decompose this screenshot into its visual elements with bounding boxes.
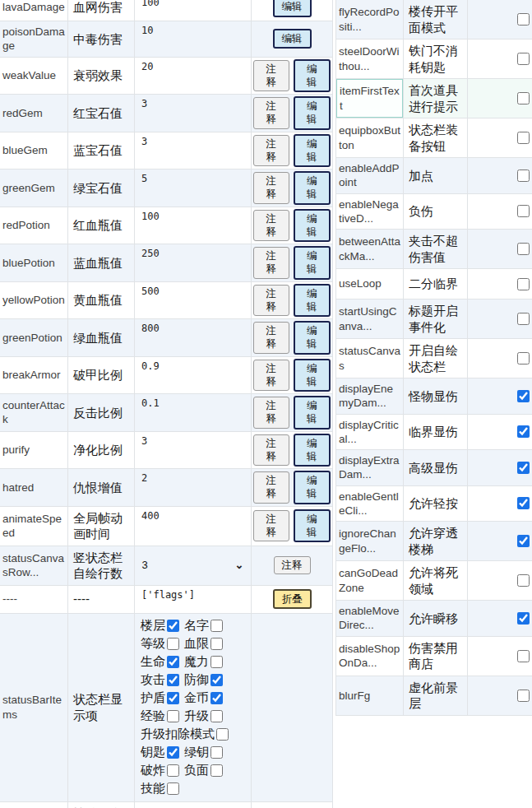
flag-checkbox[interactable]	[517, 53, 530, 65]
comment-button[interactable]: 注释	[253, 172, 289, 204]
edit-button[interactable]: 编辑	[294, 171, 331, 205]
status-item-checkbox[interactable]	[167, 764, 179, 777]
status-bar-item[interactable]: 钥匙	[141, 744, 179, 762]
comment-button[interactable]: 注释	[253, 60, 289, 92]
table-row: disableShopOnDa...伤害禁用商店	[336, 637, 532, 676]
edit-button[interactable]: 编辑	[294, 59, 331, 93]
comment-button[interactable]: 注释	[253, 210, 289, 242]
status-bar-item[interactable]: 负面	[184, 762, 223, 780]
flag-checkbox[interactable]	[517, 390, 530, 402]
status-bar-item[interactable]: 攻击	[141, 671, 179, 690]
status-item-checkbox[interactable]	[167, 746, 179, 759]
status-bar-item[interactable]: 魔力	[184, 653, 223, 671]
flag-checkbox[interactable]	[517, 132, 530, 144]
status-bar-item[interactable]: 绿钥	[184, 744, 223, 762]
edit-button[interactable]: 编辑	[294, 359, 331, 392]
edit-button[interactable]: 编辑	[294, 321, 331, 355]
status-item-checkbox[interactable]	[167, 710, 179, 722]
comment-button[interactable]: 注释	[253, 471, 289, 504]
edit-button[interactable]: 编辑	[273, 0, 312, 17]
status-bar-item[interactable]: 升级	[184, 708, 223, 726]
status-item-checkbox[interactable]	[210, 710, 223, 722]
status-item-checkbox[interactable]	[210, 746, 223, 759]
status-item-checkbox[interactable]	[167, 638, 179, 650]
flag-checkbox[interactable]	[517, 169, 530, 182]
status-bar-item[interactable]: 等级	[141, 635, 179, 653]
edit-button[interactable]: 编辑	[294, 471, 331, 504]
status-item-checkbox[interactable]	[210, 620, 223, 632]
comment-button[interactable]: 注释	[274, 556, 311, 574]
comment-button[interactable]: 注释	[253, 360, 289, 392]
status-bar-item[interactable]: 楼层	[141, 617, 179, 635]
status-item-checkbox[interactable]	[210, 674, 223, 686]
status-item-checkbox[interactable]	[216, 728, 229, 741]
config-key: greenGem	[0, 169, 67, 207]
flag-checkbox[interactable]	[517, 650, 530, 662]
comment-button[interactable]: 注释	[253, 135, 289, 167]
flag-checkbox[interactable]	[517, 425, 530, 438]
flag-checkbox[interactable]	[517, 574, 530, 587]
config-desc: 蓝宝石值	[67, 132, 134, 169]
comment-button[interactable]: 注释	[253, 285, 289, 317]
comment-button[interactable]: 注释	[253, 97, 289, 129]
comment-button[interactable]: 注释	[253, 510, 289, 542]
flag-checkbox[interactable]	[517, 612, 530, 625]
comment-button[interactable]: 注释	[253, 397, 289, 429]
status-item-checkbox[interactable]	[167, 620, 179, 632]
status-item-checkbox[interactable]	[167, 692, 179, 704]
flag-checkbox[interactable]	[517, 690, 530, 702]
edit-button[interactable]: 编辑	[294, 509, 331, 543]
table-row: flyRecordPositi...楼传开平面模式	[336, 0, 532, 39]
status-item-checkbox[interactable]	[167, 674, 179, 686]
edit-button[interactable]: 编辑	[273, 29, 312, 49]
flag-checkbox[interactable]	[517, 243, 530, 255]
fold-button[interactable]: 折叠	[273, 589, 312, 609]
status-bar-item[interactable]: 经验	[141, 708, 179, 726]
status-item-checkbox[interactable]	[210, 692, 223, 704]
status-bar-item[interactable]: 生命	[141, 653, 179, 671]
status-item-checkbox[interactable]	[167, 782, 179, 795]
flag-checkbox[interactable]	[517, 92, 530, 104]
status-bar-item[interactable]: 金币	[184, 690, 223, 708]
status-item-checkbox[interactable]	[167, 656, 179, 668]
status-item-checkbox[interactable]	[210, 638, 223, 650]
status-bar-item[interactable]: 名字	[184, 617, 223, 635]
status-bar-item[interactable]: 血限	[184, 635, 223, 653]
config-key: displayCritical...	[336, 415, 403, 450]
row-actions: 注释编辑	[251, 432, 332, 469]
status-item-checkbox[interactable]	[210, 764, 223, 777]
flag-cell	[467, 415, 532, 450]
status-bar-item[interactable]: 破炸	[141, 762, 179, 780]
flag-checkbox[interactable]	[517, 535, 530, 547]
status-item-checkbox[interactable]	[210, 656, 223, 668]
edit-button[interactable]: 编辑	[294, 246, 331, 280]
edit-button[interactable]: 编辑	[294, 434, 331, 467]
flag-checkbox[interactable]	[517, 278, 530, 290]
flag-checkbox[interactable]	[517, 497, 530, 509]
status-bar-item[interactable]: 防御	[184, 671, 223, 690]
flag-checkbox[interactable]	[517, 352, 530, 365]
flag-checkbox[interactable]	[517, 205, 530, 217]
status-bar-item[interactable]: 升级扣除模式	[141, 726, 229, 744]
status-bar-item-label: 楼层	[141, 617, 165, 634]
edit-button[interactable]: 编辑	[294, 134, 331, 168]
status-bar-item-label: 破炸	[141, 762, 165, 778]
status-bar-item[interactable]: 技能	[141, 780, 179, 798]
edit-button[interactable]: 编辑	[294, 396, 331, 430]
edit-button[interactable]: 编辑	[294, 284, 331, 318]
config-value: 0.9	[134, 357, 251, 394]
edit-button[interactable]: 编辑	[294, 209, 331, 243]
status-bar-item[interactable]: 护盾	[141, 690, 179, 708]
comment-button[interactable]: 注释	[253, 247, 289, 279]
config-desc: 临界显伤	[403, 415, 467, 450]
flag-checkbox[interactable]	[517, 462, 530, 474]
config-desc: 允许轻按	[403, 486, 467, 522]
comment-button[interactable]: 注释	[253, 434, 289, 467]
flag-checkbox[interactable]	[517, 313, 530, 325]
row-count-select[interactable]: 3⌄	[142, 558, 247, 573]
config-key: weakValue	[0, 58, 67, 95]
edit-button[interactable]: 编辑	[294, 96, 331, 130]
flag-cell	[467, 118, 532, 157]
flag-checkbox[interactable]	[517, 13, 530, 26]
comment-button[interactable]: 注释	[253, 322, 289, 354]
